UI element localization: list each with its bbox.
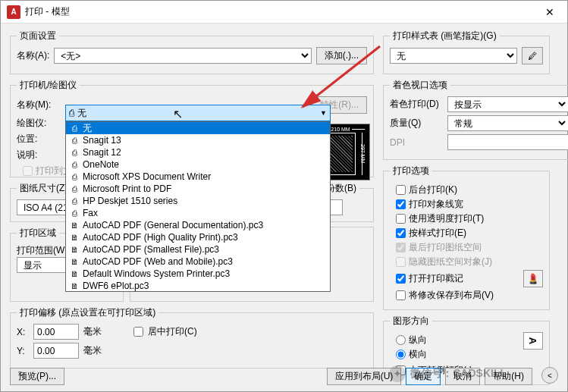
orientation-icon: A <box>523 332 543 350</box>
printer-option-label: Snagit 13 <box>83 134 121 146</box>
plot-options-legend: 打印选项 <box>390 165 432 177</box>
landscape-radio[interactable] <box>396 350 406 359</box>
dpi-input[interactable] <box>447 134 568 150</box>
printer-option[interactable]: 🗎Default Windows System Printer.pc3 <box>66 268 330 280</box>
plot-style-select[interactable]: 无 <box>390 48 517 64</box>
plot-style-edit-button[interactable]: 🖉 <box>522 47 543 64</box>
offset-y-unit: 毫米 <box>83 344 102 357</box>
printer-option-icon: 🗎 <box>69 256 80 268</box>
opt-style-label: 按样式打印(E) <box>409 227 466 240</box>
printer-option-icon: ⎙ <box>69 158 80 171</box>
opt-trans-check[interactable] <box>396 214 406 224</box>
viewport-group: 着色视口选项 着色打印(D)按显示 质量(Q)常规 DPI <box>383 79 568 160</box>
opt-trans-label: 使用透明度打印(T) <box>409 212 484 225</box>
preview-width: 210 MM <box>329 127 351 132</box>
printer-option-icon: ⎙ <box>69 183 80 195</box>
plot-style-group: 打印样式表 (画笔指定)(G) 无 🖉 <box>383 30 550 74</box>
printer-option[interactable]: 🗎AutoCAD PDF (Smallest File).pc3 <box>66 243 330 256</box>
printer-option-label: DWF6 ePlot.pc3 <box>83 280 149 292</box>
shade-select[interactable]: 按显示 <box>447 96 568 112</box>
quality-select[interactable]: 常规 <box>447 115 568 131</box>
portrait-label: 纵向 <box>409 334 427 347</box>
stamp-icon[interactable]: 💄 <box>523 270 543 287</box>
dpi-label: DPI <box>390 137 443 148</box>
printer-option-icon: 🗎 <box>69 219 80 231</box>
location-label: 位置: <box>17 133 37 146</box>
offset-y-input[interactable] <box>33 343 79 359</box>
offset-legend: 打印偏移 (原点设置在可打印区域) <box>17 306 158 319</box>
printer-option[interactable]: ⎙Microsoft XPS Document Writer <box>66 171 330 183</box>
page-name-label: 名称(A): <box>17 49 49 62</box>
close-button[interactable]: ✕ <box>538 1 561 24</box>
expand-button[interactable]: < <box>541 367 558 384</box>
landscape-label: 横向 <box>409 348 427 361</box>
orient-legend: 图形方向 <box>390 315 432 328</box>
printer-option-icon: ⎙ <box>69 134 80 146</box>
opt-lw-check[interactable] <box>396 199 406 209</box>
printer-option-label: HP Deskjet 1510 series <box>83 195 177 207</box>
opt-style-check[interactable] <box>396 228 406 238</box>
printer-option-label: AutoCAD PDF (High Quality Print).pc3 <box>83 231 238 243</box>
printer-select-value: 无 <box>77 107 86 120</box>
printer-option-icon: 🗎 <box>69 268 80 280</box>
print-to-file-check[interactable] <box>23 166 33 176</box>
opt-save-check[interactable] <box>396 290 406 300</box>
printer-option-icon: ⎙ <box>69 171 80 183</box>
printer-option[interactable]: ⎙OneNote <box>66 158 330 171</box>
page-setup-legend: 页面设置 <box>17 30 59 42</box>
opt-stamp-label: 打开打印戳记 <box>409 272 463 285</box>
page-setup-group: 页面设置 名称(A): <无> 添加(.)... <box>10 30 374 74</box>
printer-option[interactable]: 🗎AutoCAD PDF (High Quality Print).pc3 <box>66 231 330 243</box>
printer-option[interactable]: ⎙Snagit 13 <box>66 134 330 146</box>
printer-icon: ⎙ <box>69 108 74 118</box>
titlebar: A 打印 - 模型 ✕ <box>1 1 567 24</box>
printer-option-icon: ⎙ <box>69 207 80 219</box>
printer-option[interactable]: 🗎AutoCAD PDF (Web and Mobile).pc3 <box>66 256 330 268</box>
opt-last-check[interactable] <box>396 243 406 252</box>
opt-bg-label: 后台打印(K) <box>409 183 457 196</box>
page-name-select[interactable]: <无> <box>54 48 311 64</box>
printer-option-icon: ⎙ <box>69 195 80 207</box>
printer-option[interactable]: ⎙Snagit 12 <box>66 146 330 158</box>
plot-options-group: 打印选项 后台打印(K) 打印对象线宽 使用透明度打印(T) 按样式打印(E) … <box>383 165 550 310</box>
opt-bg-check[interactable] <box>396 185 406 195</box>
printer-option[interactable]: 🗎AutoCAD PDF (General Documentation).pc3 <box>66 219 330 231</box>
opt-last-label: 最后打印图纸空间 <box>409 241 482 254</box>
printer-option[interactable]: ⎙HP Deskjet 1510 series <box>66 195 330 207</box>
watermark-text: 微信号：CADSKILL <box>410 367 507 381</box>
printer-option[interactable]: ⎙无 <box>66 122 330 134</box>
printer-select-open[interactable]: ⎙ 无 ▼ <box>65 105 331 121</box>
app-logo: A <box>7 5 20 19</box>
printer-option-icon: 🗎 <box>69 280 80 292</box>
paper-size-legend: 图纸尺寸(Z) <box>17 182 71 195</box>
wechat-icon: ✦ <box>389 365 406 382</box>
viewport-legend: 着色视口选项 <box>390 79 450 92</box>
opt-hide-label: 隐藏图纸空间对象(J) <box>409 256 492 268</box>
add-page-setup-button[interactable]: 添加(.)... <box>316 47 367 64</box>
shade-label: 着色打印(D) <box>390 98 443 111</box>
printer-option-label: OneNote <box>83 158 119 171</box>
printer-option-label: Snagit 12 <box>83 146 121 158</box>
desc-label: 说明: <box>17 149 37 162</box>
printer-option-label: AutoCAD PDF (Smallest File).pc3 <box>83 243 219 256</box>
printer-name-label: 名称(M): <box>17 99 51 111</box>
offset-x-input[interactable] <box>33 324 79 340</box>
printer-legend: 打印机/绘图仪 <box>17 79 80 92</box>
printer-option-label: Microsoft Print to PDF <box>83 183 171 195</box>
printer-option[interactable]: ⎙Fax <box>66 207 330 219</box>
opt-save-label: 将修改保存到布局(V) <box>409 289 494 302</box>
printer-dropdown-list[interactable]: ⎙无⎙Snagit 13⎙Snagit 12⎙OneNote⎙Microsoft… <box>65 121 331 292</box>
offset-x-label: X: <box>17 327 29 337</box>
printer-option[interactable]: ⎙Microsoft Print to PDF <box>66 183 330 195</box>
opt-lw-label: 打印对象线宽 <box>409 198 463 211</box>
portrait-radio[interactable] <box>396 335 406 345</box>
opt-stamp-check[interactable] <box>396 274 406 284</box>
offset-y-label: Y: <box>17 346 29 356</box>
center-plot-check[interactable] <box>133 327 143 337</box>
printer-option-label: AutoCAD PDF (Web and Mobile).pc3 <box>83 256 233 268</box>
printer-option[interactable]: 🗎DWF6 ePlot.pc3 <box>66 280 330 292</box>
printer-option-icon: 🗎 <box>69 231 80 243</box>
preview-button[interactable]: 预览(P)... <box>10 368 64 385</box>
printer-option-label: Fax <box>83 207 98 219</box>
opt-hide-check[interactable] <box>396 257 406 267</box>
